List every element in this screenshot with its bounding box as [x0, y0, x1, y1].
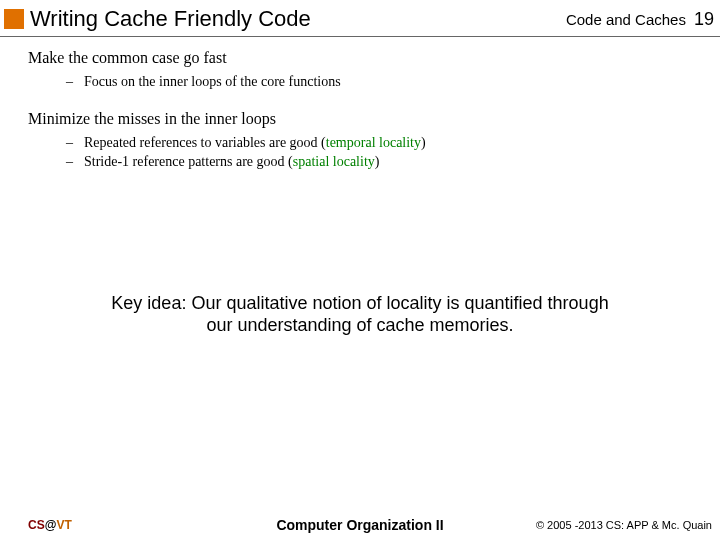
footer-at: @: [45, 518, 57, 532]
footer-cs: CS: [28, 518, 45, 532]
slide-content: Make the common case go fast Focus on th…: [0, 37, 720, 337]
title-marker: [4, 9, 24, 29]
bullet-text-post: ): [421, 135, 426, 150]
bullet-item: Focus on the inner loops of the core fun…: [66, 73, 692, 92]
footer-left: CS@VT: [28, 518, 72, 532]
bullet-item: Stride-1 reference patterns are good (sp…: [66, 153, 692, 172]
bullet-emphasis: temporal locality: [326, 135, 421, 150]
slide-title: Writing Cache Friendly Code: [30, 6, 566, 32]
bullet-list-1: Focus on the inner loops of the core fun…: [66, 73, 692, 92]
chapter-label: Code and Caches: [566, 11, 686, 28]
page-number: 19: [694, 9, 714, 30]
slide-header: Writing Cache Friendly Code Code and Cac…: [0, 0, 720, 37]
bullet-text-pre: Stride-1 reference patterns are good (: [84, 154, 293, 169]
bullet-text-pre: Repeated references to variables are goo…: [84, 135, 326, 150]
bullet-item: Repeated references to variables are goo…: [66, 134, 692, 153]
footer-center: Computer Organization II: [276, 517, 443, 533]
section-heading-2: Minimize the misses in the inner loops: [28, 110, 692, 128]
footer-vt: VT: [56, 518, 71, 532]
slide-footer: CS@VT Computer Organization II © 2005 -2…: [0, 518, 720, 532]
bullet-text-post: ): [375, 154, 380, 169]
bullet-emphasis: spatial locality: [293, 154, 375, 169]
key-idea: Key idea: Our qualitative notion of loca…: [28, 292, 692, 337]
section-heading-1: Make the common case go fast: [28, 49, 692, 67]
footer-right: © 2005 -2013 CS: APP & Mc. Quain: [536, 519, 712, 531]
bullet-list-2: Repeated references to variables are goo…: [66, 134, 692, 172]
